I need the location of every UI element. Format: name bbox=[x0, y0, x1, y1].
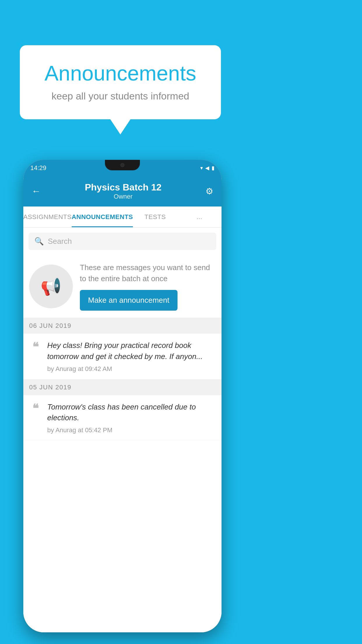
promo-description: These are messages you want to send to t… bbox=[80, 262, 216, 284]
tab-assignments[interactable]: ASSIGNMENTS bbox=[23, 206, 72, 227]
announcement-content-1: Hey class! Bring your practical record b… bbox=[47, 340, 216, 372]
promo-right: These are messages you want to send to t… bbox=[80, 262, 216, 311]
app-bar-title: Physics Batch 12 bbox=[41, 182, 205, 193]
wifi-icon: ▾ bbox=[200, 165, 203, 171]
megaphone-icon: 📢 bbox=[41, 276, 61, 296]
announcement-text-1: Hey class! Bring your practical record b… bbox=[47, 340, 216, 362]
tab-tests[interactable]: TESTS bbox=[133, 206, 177, 227]
tab-more[interactable]: ... bbox=[177, 206, 222, 227]
announcement-content-2: Tomorrow's class has been cancelled due … bbox=[47, 402, 216, 434]
phone-screen: 14:29 ▾ ◀ ▮ ← Physics Batch 12 Owner ⚙ A… bbox=[23, 160, 222, 632]
app-bar-title-area: Physics Batch 12 Owner bbox=[41, 182, 205, 200]
content-area: 🔍 Search 📢 These are messages you want t… bbox=[23, 228, 222, 632]
date-separator-2: 05 JUN 2019 bbox=[23, 379, 222, 395]
phone-frame: 14:29 ▾ ◀ ▮ ← Physics Batch 12 Owner ⚙ A… bbox=[23, 160, 222, 632]
tabs-bar: ASSIGNMENTS ANNOUNCEMENTS TESTS ... bbox=[23, 206, 222, 228]
tab-announcements[interactable]: ANNOUNCEMENTS bbox=[72, 206, 133, 227]
promo-icon-circle: 📢 bbox=[29, 265, 73, 308]
app-bar-subtitle: Owner bbox=[41, 193, 205, 200]
settings-button[interactable]: ⚙ bbox=[205, 186, 213, 196]
status-time: 14:29 bbox=[30, 164, 46, 172]
search-placeholder: Search bbox=[48, 237, 72, 246]
announcement-meta-1: by Anurag at 09:42 AM bbox=[47, 365, 216, 373]
bubble-subtitle: keep all your students informed bbox=[37, 90, 203, 102]
status-icons: ▾ ◀ ▮ bbox=[200, 165, 215, 171]
signal-icon: ◀ bbox=[205, 165, 209, 171]
notch bbox=[105, 160, 140, 170]
battery-icon: ▮ bbox=[212, 165, 215, 171]
status-bar: 14:29 ▾ ◀ ▮ bbox=[23, 160, 222, 176]
announcement-meta-2: by Anurag at 05:42 PM bbox=[47, 426, 216, 434]
quote-icon-1: ❝ bbox=[29, 340, 42, 353]
app-bar: ← Physics Batch 12 Owner ⚙ bbox=[23, 176, 222, 206]
announcement-item-2[interactable]: ❝ Tomorrow's class has been cancelled du… bbox=[23, 395, 222, 441]
quote-icon-2: ❝ bbox=[29, 402, 42, 414]
announcement-promo: 📢 These are messages you want to send to… bbox=[23, 255, 222, 318]
speech-bubble-card: Announcements keep all your students inf… bbox=[20, 45, 221, 119]
announcement-text-2: Tomorrow's class has been cancelled due … bbox=[47, 402, 216, 424]
back-button[interactable]: ← bbox=[31, 186, 41, 197]
search-icon: 🔍 bbox=[34, 237, 44, 246]
announcement-item-1[interactable]: ❝ Hey class! Bring your practical record… bbox=[23, 334, 222, 379]
camera-notch bbox=[120, 163, 124, 167]
search-bar[interactable]: 🔍 Search bbox=[29, 233, 216, 250]
bubble-title: Announcements bbox=[37, 61, 203, 85]
speech-bubble: Announcements keep all your students inf… bbox=[20, 45, 221, 119]
make-announcement-button[interactable]: Make an announcement bbox=[80, 290, 178, 311]
date-separator-1: 06 JUN 2019 bbox=[23, 318, 222, 334]
